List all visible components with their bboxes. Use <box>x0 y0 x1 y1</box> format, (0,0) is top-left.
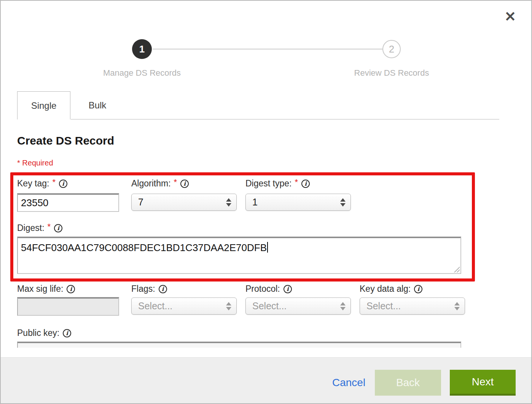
select-stepper-icon <box>340 302 346 310</box>
digest-type-select[interactable]: 1 <box>245 194 351 211</box>
digest-type-label-text: Digest type: <box>245 178 291 189</box>
protocol-select-value: Select... <box>252 301 287 312</box>
step-2-label: Review DS Records <box>344 68 439 78</box>
close-icon[interactable]: ✕ <box>505 10 516 24</box>
key-tag-label-text: Key tag: <box>17 178 49 189</box>
flags-select-value: Select... <box>138 301 172 312</box>
page-title: Create DS Record <box>17 134 114 147</box>
step-1-label: Manage DS Records <box>94 68 190 78</box>
max-sig-life-input[interactable] <box>17 297 119 316</box>
digest-label: Digest: * i <box>17 223 62 233</box>
key-data-alg-label: Key data alg: i <box>360 284 422 294</box>
info-icon[interactable]: i <box>301 180 310 188</box>
next-button[interactable]: Next <box>450 370 516 396</box>
info-icon[interactable]: i <box>180 180 189 188</box>
digest-type-label: Digest type: * i <box>245 178 310 189</box>
tab-bulk[interactable]: Bulk <box>71 91 124 119</box>
info-icon[interactable]: i <box>159 285 167 293</box>
digest-type-select-value: 1 <box>252 197 258 208</box>
step-1-indicator: 1 <box>132 39 152 59</box>
key-data-alg-select-value: Select... <box>366 301 401 312</box>
public-key-textarea[interactable] <box>17 342 461 348</box>
algorithm-label-text: Algorithm: <box>131 178 171 189</box>
public-key-label: Public key: i <box>17 328 71 338</box>
flags-label: Flags: i <box>131 284 167 294</box>
key-tag-input[interactable] <box>17 193 119 212</box>
step-connector-line <box>153 49 382 49</box>
protocol-select[interactable]: Select... <box>245 297 351 315</box>
required-asterisk: * <box>48 222 51 232</box>
public-key-label-text: Public key: <box>17 328 59 338</box>
tab-divider-line <box>71 119 499 119</box>
resize-handle[interactable] <box>453 266 460 272</box>
tab-single[interactable]: Single <box>17 91 70 119</box>
info-icon[interactable]: i <box>59 180 67 188</box>
flags-label-text: Flags: <box>131 284 155 294</box>
algorithm-select-value: 7 <box>138 197 143 208</box>
algorithm-label: Algorithm: * i <box>131 178 189 189</box>
info-icon[interactable]: i <box>54 224 62 232</box>
select-stepper-icon <box>340 198 346 207</box>
key-tag-label: Key tag: * i <box>17 178 67 189</box>
protocol-label-text: Protocol: <box>245 284 280 294</box>
info-icon[interactable]: i <box>284 285 292 293</box>
select-stepper-icon <box>226 302 231 310</box>
protocol-label: Protocol: i <box>245 284 292 294</box>
select-stepper-icon <box>454 302 460 310</box>
digest-value: 54FCF030AA1C79C0088FDEC1BD1C37DAA2E70DFB <box>21 242 267 253</box>
digest-label-text: Digest: <box>17 223 45 233</box>
cancel-button[interactable]: Cancel <box>332 377 365 389</box>
key-data-alg-label-text: Key data alg: <box>360 284 411 294</box>
required-asterisk: * <box>295 177 298 187</box>
key-data-alg-select[interactable]: Select... <box>360 297 465 315</box>
max-sig-life-label-text: Max sig life: <box>17 284 63 294</box>
info-icon[interactable]: i <box>63 329 71 337</box>
back-button[interactable]: Back <box>375 370 441 396</box>
algorithm-select[interactable]: 7 <box>131 194 237 211</box>
required-asterisk: * <box>52 177 56 187</box>
flags-select[interactable]: Select... <box>131 297 237 315</box>
create-ds-record-modal: ✕ 1 2 Manage DS Records Review DS Record… <box>0 0 532 404</box>
required-note: * Required <box>17 159 53 167</box>
select-stepper-icon <box>226 198 231 207</box>
digest-textarea[interactable]: 54FCF030AA1C79C0088FDEC1BD1C37DAA2E70DFB <box>17 237 461 274</box>
info-icon[interactable]: i <box>67 285 75 293</box>
max-sig-life-label: Max sig life: i <box>17 284 75 294</box>
required-asterisk: * <box>174 177 177 187</box>
text-cursor <box>267 242 268 253</box>
step-2-indicator: 2 <box>382 40 401 58</box>
info-icon[interactable]: i <box>414 285 422 293</box>
